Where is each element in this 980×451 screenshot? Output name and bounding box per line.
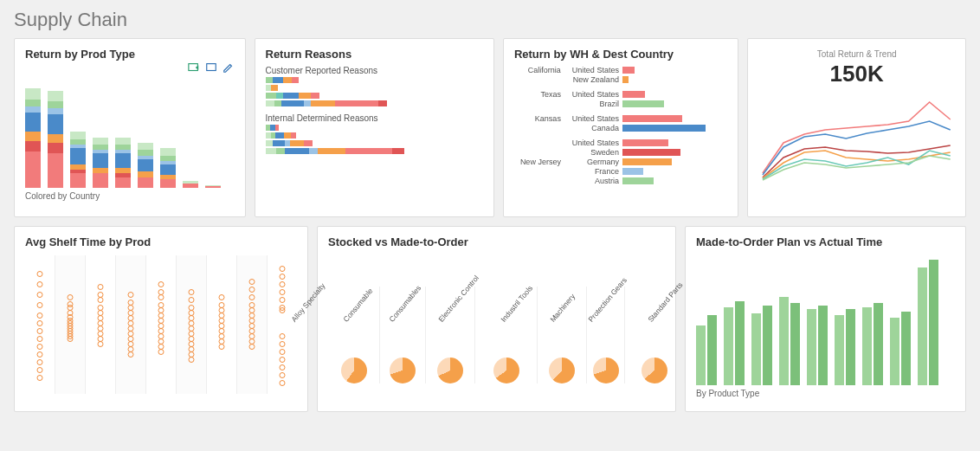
export-icon[interactable] [188,61,200,77]
wh-bar [622,67,635,74]
pie-icon [493,358,519,383]
scatter-point [158,294,164,300]
section-label-internal: Internal Determined Reasons [266,113,483,123]
pva-group [835,309,855,385]
stack-bar [93,138,108,188]
scatter-point [37,271,43,277]
card-hover-toolbar [188,61,235,77]
scatter-point [280,297,286,303]
trend-line-chart [758,91,955,186]
wh-country-label: Germany [566,158,622,166]
scatter-point [280,357,286,363]
wh-country-label: Canada [566,124,622,132]
pva-bar [846,309,855,385]
scatter-point [280,289,286,295]
wh-bar [622,139,668,146]
pie-icon [341,358,367,383]
wh-country-label: Austria [566,177,622,185]
hbar-row [266,132,456,139]
card-return-by-prod-type[interactable]: Return by Prod Type Colored by Country [14,38,246,217]
scatter-point [158,281,164,287]
wh-country-label: United States [566,114,622,123]
stacked-bar-chart [25,80,235,188]
scatter-point [37,344,43,350]
card-footer: By Product Type [696,389,955,398]
card-return-reasons[interactable]: Return Reasons Customer Reported Reasons… [255,38,494,217]
card-title: Avg Shelf Time by Prod [25,235,297,248]
card-title: Return by Prod Type [25,48,235,61]
stack-bar [115,138,131,188]
scatter-point [98,284,104,290]
pva-bar [735,301,745,385]
pva-bar [835,315,844,385]
card-title: Return by WH & Dest Country [514,48,727,61]
wh-bar [622,168,643,175]
card-stocked-vs-mto[interactable]: Stocked vs Made-to-Order Alloy Specialty… [317,226,676,412]
kpi-label: Total Return & Trend [758,49,955,59]
pva-bar [918,267,927,385]
scatter-point [219,344,225,350]
scatter-point [37,281,43,287]
hbar-row [266,100,456,106]
pva-group [807,306,828,385]
stack-bar [48,91,63,188]
scatter-point [280,349,286,355]
pva-group [696,315,717,385]
card-avg-shelf-time[interactable]: Avg Shelf Time by Prod [14,226,308,412]
scatter-point [249,279,255,285]
scatter-point [280,281,286,287]
hbar-row [266,93,456,99]
wh-group-label: Kansas [514,114,566,123]
scatter-point [37,320,43,326]
scatter-point [219,294,225,300]
maximize-icon[interactable] [205,61,217,77]
pva-group [862,303,883,385]
shelf-lane [25,255,55,394]
wh-bar [622,158,673,165]
wh-bar [622,115,683,122]
pva-bar [929,260,938,385]
pie-grid-chart: Alloy SpecialtyConsumableConsumablesElec… [328,254,665,383]
strip-scatter-chart [25,255,297,394]
shelf-lane [267,255,297,394]
edit-icon[interactable] [222,61,235,77]
section-label-customer: Customer Reported Reasons [266,66,483,75]
scatter-point [280,364,286,370]
wh-group-label: Texas [514,90,566,99]
shelf-lane [115,255,145,394]
pva-bar [874,303,883,385]
stack-bar [205,185,221,188]
pie-icon [593,358,619,383]
shelf-lane [85,255,115,394]
pva-group [724,301,745,385]
card-return-by-wh[interactable]: Return by WH & Dest Country CaliforniaUn… [503,38,738,217]
scatter-point [98,341,104,347]
pva-bar [751,313,761,385]
card-title: Made-to-Order Plan vs Actual Time [696,235,955,248]
wh-table: CaliforniaUnited StatesNew ZealandTexasU… [514,66,727,185]
hbars-internal [266,125,483,154]
scatter-point [280,333,286,339]
wh-country-label: United States [566,139,622,147]
pva-bar [790,303,800,385]
hbar-row [266,148,456,154]
pie-icon [437,358,463,383]
scatter-point [280,380,286,386]
shelf-lane [145,255,176,394]
scatter-point [280,341,286,347]
scatter-point [189,297,195,303]
scatter-point [37,292,43,298]
scatter-point [37,359,43,365]
pva-bar [763,306,772,385]
hbar-row [266,125,456,131]
card-total-return-trend[interactable]: Total Return & Trend 150K [747,38,966,217]
scatter-point [158,349,164,355]
scatter-point [280,274,286,280]
pie-icon [390,358,416,383]
scatter-point [68,294,74,300]
scatter-point [37,312,43,319]
card-plan-vs-actual[interactable]: Made-to-Order Plan vs Actual Time By Pro… [685,226,966,412]
pva-bar [862,307,872,385]
trend-line [763,102,951,173]
shelf-lane [206,255,236,394]
